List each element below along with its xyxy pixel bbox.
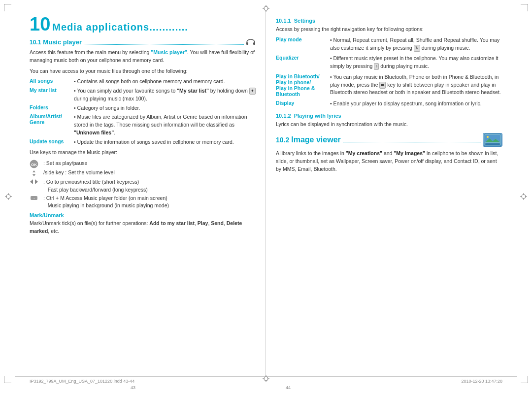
ctrl-icon: →	[30, 195, 43, 201]
feature-label-mystarlist: My star list	[30, 87, 74, 93]
feature-desc-mystarlist: • You can simply add your favourite song…	[74, 87, 256, 103]
key-row-ok: OK : Set as play/pause	[30, 160, 256, 168]
section-1012-text: Playing with lyrics	[294, 113, 341, 119]
right-column: 10.1.1 Settings Access by pressing the r…	[266, 10, 517, 376]
feature-label-updatesongs: Update songs	[30, 138, 74, 144]
feature-desc-allsongs: • Contains all songs both on cellphone m…	[74, 78, 256, 86]
chapter-number: 10	[30, 15, 50, 33]
chapter-text: Media applications............	[52, 22, 188, 33]
setting-label-playmode: Play mode	[276, 36, 330, 42]
svg-point-32	[487, 136, 489, 138]
section-1012-title: 10.1.2 Playing with lyrics	[276, 113, 502, 119]
key-desc-volume: /side key : Set the volume level	[43, 169, 115, 177]
volume-icon	[30, 169, 43, 178]
footer-right-page: 44	[286, 385, 291, 390]
section-102-number: 10.2	[276, 136, 289, 144]
feature-desc-folders: • Category of songs in folder.	[74, 104, 256, 112]
feature-row-album: Album/Artist/Genre • Music files are cat…	[30, 113, 256, 136]
feature-row-mystarlist: My star list • You can simply add your f…	[30, 87, 256, 103]
setting-row-playmode: Play mode • Normal, Repeat current, Repe…	[276, 36, 502, 52]
section-102-title-row: 10.2 Image viewer	[276, 133, 502, 147]
section-1011-text: Settings	[294, 18, 315, 24]
key-desc-prevnext: : Go to previous/next title (short keypr…	[43, 178, 148, 194]
mark-title: Mark/Unmark	[30, 212, 256, 218]
setting-desc-playmode: • Normal, Repeat current, Repeat all, Sh…	[330, 36, 502, 52]
section-1011-title: 10.1.1 Settings	[276, 18, 502, 24]
keys-intro: Use keys to manage the Music player:	[30, 149, 256, 157]
key-row-prevnext: : Go to previous/next title (short keypr…	[30, 178, 256, 194]
key-desc-ctrl: : Ctrl + M Access Music player folder (o…	[43, 195, 169, 210]
feature-row-folders: Folders • Category of songs in folder.	[30, 104, 256, 112]
svg-marker-24	[33, 170, 35, 172]
svg-text:OK: OK	[31, 163, 37, 167]
left-column: 10 Media applications............ 10.1 M…	[15, 10, 266, 376]
headphone-icon	[246, 39, 256, 46]
chapter-title: 10 Media applications............	[30, 15, 256, 33]
section-101-intro2: You can have access to your music files …	[30, 67, 256, 75]
setting-desc-display: • Enable your player to display spectrum…	[330, 100, 502, 108]
section-101-number: 10.1	[30, 39, 41, 46]
setting-label-display: Display	[276, 100, 330, 106]
section-1011-intro: Access by pressing the right navigation …	[276, 26, 502, 33]
section-101-text: Music player	[43, 38, 82, 46]
svg-text:→: →	[33, 196, 36, 200]
feature-desc-album: • Music files are categorized by Album, …	[74, 113, 256, 136]
section-102-desc: A library links to the images in "My cre…	[276, 150, 502, 173]
mark-desc: Mark/Unmark tick(s) on file(s) for furth…	[30, 220, 256, 235]
section-1012-number: 10.1.2	[276, 113, 291, 119]
section-dots	[84, 40, 244, 45]
section-1012-desc: Lyrics can be displayed in synchronizati…	[276, 121, 502, 129]
section-102-dots	[343, 137, 481, 142]
section-102-text: Image viewer	[291, 135, 341, 144]
setting-label-bluetooth: Play in Bluetooth/Play in phone/Play in …	[276, 73, 330, 97]
feature-label-album: Album/Artist/Genre	[30, 113, 74, 125]
svg-rect-20	[246, 42, 248, 45]
svg-marker-26	[30, 179, 33, 184]
setting-row-display: Display • Enable your player to display …	[276, 100, 502, 108]
settings-table: Play mode • Normal, Repeat current, Repe…	[276, 36, 502, 108]
svg-rect-34	[485, 143, 500, 145]
section-101-intro: Access this feature from the main menu b…	[30, 49, 256, 65]
image-viewer-icon	[483, 133, 502, 147]
setting-row-equalizer: Equalizer • Different music styles prese…	[276, 55, 502, 70]
svg-marker-27	[35, 179, 38, 184]
feature-row-updatesongs: Update songs • Update the information of…	[30, 138, 256, 146]
key-row-ctrl: → : Ctrl + M Access Music player folder …	[30, 195, 256, 210]
setting-row-bluetooth: Play in Bluetooth/Play in phone/Play in …	[276, 73, 502, 97]
feature-label-folders: Folders	[30, 104, 74, 110]
svg-marker-25	[33, 174, 35, 176]
prevnext-icon	[30, 178, 43, 185]
section-102: 10.2 Image viewer	[276, 133, 502, 173]
key-desc-ok: : Set as play/pause	[43, 160, 87, 167]
setting-desc-equalizer: • Different music styles preset in the c…	[330, 55, 502, 70]
setting-desc-bluetooth: • You can play music in Bluetooth, Phone…	[330, 73, 502, 97]
footer-date: 2010-12-20 13:47:28	[461, 379, 502, 384]
feature-table: All songs • Contains all songs both on c…	[30, 78, 256, 146]
mark-section: Mark/Unmark Mark/Unmark tick(s) on file(…	[30, 212, 256, 235]
feature-row-allsongs: All songs • Contains all songs both on c…	[30, 78, 256, 86]
section-101-title: 10.1 Music player	[30, 38, 256, 46]
keys-section: OK : Set as play/pause /side key : Set t…	[30, 160, 256, 210]
ok-icon: OK	[30, 160, 43, 168]
footer-doc-id: IP3192_799A_UM_Eng_USA_07_101220.indd 43…	[30, 379, 134, 384]
svg-rect-21	[253, 42, 255, 45]
feature-label-allsongs: All songs	[30, 78, 74, 84]
footer-left-page: 43	[131, 385, 135, 390]
setting-label-equalizer: Equalizer	[276, 55, 330, 61]
section-1011-number: 10.1.1	[276, 18, 291, 24]
key-row-volume: /side key : Set the volume level	[30, 169, 256, 178]
page-footer: IP3192_799A_UM_Eng_USA_07_101220.indd 43…	[15, 376, 517, 386]
feature-desc-updatesongs: • Update the information of songs saved …	[74, 138, 256, 146]
